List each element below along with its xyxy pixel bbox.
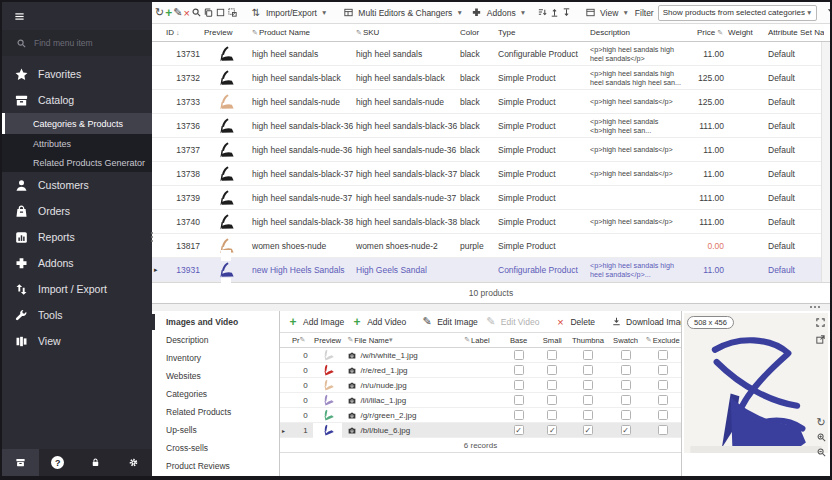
product-row[interactable]: 13736high heel sandals-black-36high heel… [152, 114, 830, 138]
small-checkbox[interactable] [547, 395, 557, 405]
zoom-out-icon[interactable] [815, 446, 827, 458]
select-button[interactable] [215, 6, 226, 20]
sidebar-item-orders[interactable]: Orders [2, 198, 152, 224]
edit-product-button[interactable]: ✎ [173, 6, 182, 20]
thumbnail-checkbox[interactable]: ✓ [583, 425, 593, 435]
expand-rows-button[interactable] [549, 6, 560, 20]
thumbnail-checkbox[interactable] [583, 410, 593, 420]
column-header-exclude[interactable]: ✎ Exclude [644, 336, 681, 345]
base-checkbox[interactable] [514, 380, 524, 390]
swatch-checkbox[interactable] [621, 410, 631, 420]
settings-button[interactable] [114, 449, 152, 476]
sidebar-item-customers[interactable]: Customers [2, 172, 152, 198]
thumbnail-checkbox[interactable] [583, 350, 593, 360]
menu-search-input[interactable] [34, 38, 134, 48]
image-row[interactable]: 0/w/h/white_1.jpg [280, 348, 681, 363]
filters-dropdown[interactable]: Filters▼ [821, 4, 832, 22]
base-checkbox[interactable] [514, 410, 524, 420]
swatch-checkbox[interactable] [621, 350, 631, 360]
small-checkbox[interactable] [547, 380, 557, 390]
product-row[interactable]: 13740high heel sandals-black-38high heel… [152, 210, 830, 234]
column-header-swatch[interactable]: Swatch [607, 336, 645, 345]
lock-button[interactable] [77, 449, 115, 476]
column-header-price[interactable]: Price ✎ [688, 28, 726, 37]
sidebar-splitter[interactable] [150, 232, 154, 248]
column-header-product-name[interactable]: ✎Product Name [250, 28, 354, 37]
image-row[interactable]: 0/n/u/nude.jpg [280, 378, 681, 393]
sidebar-item-import-export[interactable]: Import / Export [2, 276, 152, 302]
import-export-dropdown[interactable]: ⇅ Import/Export▼ [246, 4, 330, 22]
sidebar-search[interactable] [2, 30, 152, 56]
add-image-button[interactable]: +Add Image [284, 315, 346, 329]
swatch-checkbox[interactable] [621, 365, 631, 375]
tab-images-and-video[interactable]: Images and Video [152, 313, 279, 331]
hamburger-menu-icon[interactable] [12, 9, 26, 23]
add-video-button[interactable]: +Add Video [348, 315, 408, 329]
search-products-button[interactable] [191, 6, 202, 20]
horizontal-splitter[interactable] [152, 304, 830, 311]
thumbnail-checkbox[interactable] [583, 395, 593, 405]
column-header-description[interactable]: Description [588, 28, 688, 37]
column-header-type[interactable]: Type [496, 28, 588, 37]
column-header-color[interactable]: Color [458, 28, 496, 37]
sidebar-item-tools[interactable]: Tools [2, 302, 152, 328]
rotate-icon[interactable]: ↻ [815, 416, 827, 428]
exclude-checkbox[interactable] [658, 380, 668, 390]
sidebar-subitem-related-products-generator[interactable]: Related Products Generator [2, 153, 152, 172]
product-row[interactable]: ▸13931new High Heels SandalsHigh Geels S… [152, 258, 830, 282]
download-image-button[interactable]: Download Image [607, 315, 692, 329]
column-header-sku[interactable]: ✎SKU [354, 28, 458, 37]
tab-product-reviews[interactable]: Product Reviews [152, 457, 279, 475]
column-header-label[interactable]: ✎ Label [462, 336, 502, 345]
sort-button[interactable] [537, 6, 548, 20]
tab-cross-sells[interactable]: Cross-sells [152, 439, 279, 457]
copy-button[interactable] [203, 6, 214, 20]
sidebar-item-addons[interactable]: Addons [2, 250, 152, 276]
thumbnail-checkbox[interactable] [583, 365, 593, 375]
refresh-button[interactable]: ↻ [155, 6, 164, 20]
addons-dropdown[interactable]: Addons▼ [467, 4, 529, 22]
column-header-thumbna[interactable]: Thumbna [569, 336, 607, 345]
sidebar-item-reports[interactable]: Reports [2, 224, 152, 250]
filter-select[interactable]: Show products from selected categories ▼ [658, 5, 818, 21]
swatch-checkbox[interactable]: ✓ [621, 425, 631, 435]
column-header-preview[interactable]: Preview [310, 336, 346, 345]
image-row[interactable]: ▸1/b/l/blue_6.jpg✓✓✓✓ [280, 423, 681, 438]
base-checkbox[interactable] [514, 350, 524, 360]
product-row[interactable]: 13733high heel sandals-nudehigh heel san… [152, 90, 830, 114]
swatch-checkbox[interactable] [621, 380, 631, 390]
image-row[interactable]: 0/l/i/lilac_1.jpg [280, 393, 681, 408]
multi-editors-dropdown[interactable]: Multi Editors & Changers▼ [338, 4, 465, 22]
base-checkbox[interactable] [514, 395, 524, 405]
sidebar-item-favorites[interactable]: Favorites [2, 61, 152, 87]
product-row[interactable]: 13731high heel sandalshigh heel sandalsb… [152, 42, 830, 66]
vertical-scrollbar[interactable] [821, 42, 830, 282]
sidebar-item-catalog[interactable]: Catalog [2, 87, 152, 113]
tab-inventory[interactable]: Inventory [152, 349, 279, 367]
catalog-shortcut-button[interactable] [2, 449, 39, 476]
open-external-icon[interactable] [814, 333, 826, 345]
product-row[interactable]: 13738high heel sandals-black-37high heel… [152, 162, 830, 186]
product-row[interactable]: 13737high heel sandals-nude-36high heel … [152, 138, 830, 162]
product-row[interactable]: 13732high heel sandals-blackhigh heel sa… [152, 66, 830, 90]
tab-websites[interactable]: Websites [152, 367, 279, 385]
collapse-rows-button[interactable] [561, 6, 572, 20]
small-checkbox[interactable] [547, 410, 557, 420]
exclude-checkbox[interactable] [658, 350, 668, 360]
column-header-file-name[interactable]: ✎ File Name ▾ [345, 336, 462, 345]
sidebar-subitem-attributes[interactable]: Attributes [2, 134, 152, 153]
add-product-button[interactable]: + [165, 6, 172, 20]
delete-product-button[interactable]: × [183, 6, 189, 20]
fullscreen-icon[interactable] [814, 316, 826, 328]
column-header-id[interactable]: ID ↓ [164, 28, 202, 37]
exclude-checkbox[interactable] [658, 365, 668, 375]
edit-image-button[interactable]: ✎Edit Image [418, 315, 480, 329]
small-checkbox[interactable] [547, 365, 557, 375]
column-header-base[interactable]: Base [502, 336, 536, 345]
base-checkbox[interactable] [514, 365, 524, 375]
swatch-checkbox[interactable] [621, 395, 631, 405]
tab-categories[interactable]: Categories [152, 385, 279, 403]
help-button[interactable]: ? [39, 449, 77, 476]
image-row[interactable]: 0/r/e/red_1.jpg [280, 363, 681, 378]
column-header-pr[interactable]: Pr ✎ [290, 336, 310, 345]
